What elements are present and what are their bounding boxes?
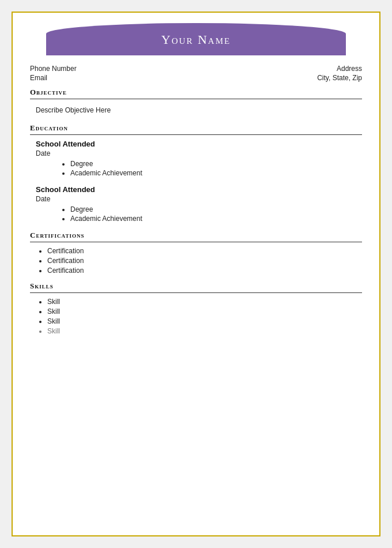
list-item: Degree: [70, 205, 362, 213]
list-item: Academic Achievement: [70, 215, 362, 223]
list-item: Skill: [47, 317, 362, 325]
contact-left: Phone Number Email: [30, 65, 77, 82]
email-label: Email: [30, 74, 77, 82]
skills-heading: Skills: [30, 281, 362, 293]
name-banner: Your Name: [46, 23, 346, 55]
phone-label: Phone Number: [30, 65, 77, 73]
certifications-list: Certification Certification Certificatio…: [36, 247, 362, 275]
school-name-1: School Attended: [36, 140, 362, 148]
list-item: Certification: [47, 267, 362, 275]
certifications-section: Certifications Certification Certificati…: [13, 231, 379, 275]
certifications-heading: Certifications: [30, 231, 362, 242]
skills-body: Skill Skill Skill Skill: [30, 298, 362, 335]
objective-section: Objective Describe Objective Here: [13, 88, 379, 117]
city-label: City, State, Zip: [317, 74, 362, 82]
education-section: Education School Attended Date Degree Ac…: [13, 123, 379, 223]
list-item: Academic Achievement: [70, 169, 362, 177]
address-label: Address: [337, 65, 362, 73]
education-heading: Education: [30, 123, 362, 135]
education-body: School Attended Date Degree Academic Ach…: [30, 140, 362, 223]
list-item: Certification: [47, 247, 362, 255]
skills-list: Skill Skill Skill Skill: [36, 298, 362, 335]
skills-section: Skills Skill Skill Skill Skill: [13, 281, 379, 335]
school-date-2: Date: [36, 195, 362, 203]
contact-right: Address City, State, Zip: [317, 65, 362, 82]
candidate-name: Your Name: [161, 32, 231, 47]
school-block-2: School Attended Date Degree Academic Ach…: [36, 185, 362, 223]
school-date-1: Date: [36, 149, 362, 157]
school-list-2: Degree Academic Achievement: [36, 205, 362, 223]
list-item: Certification: [47, 257, 362, 265]
school-block-1: School Attended Date Degree Academic Ach…: [36, 140, 362, 177]
school-name-2: School Attended: [36, 185, 362, 194]
list-item: Degree: [70, 160, 362, 168]
header-area: Your Name: [13, 13, 379, 61]
list-item: Skill: [47, 298, 362, 306]
objective-heading: Objective: [30, 88, 362, 99]
objective-body: Describe Objective Here: [30, 104, 362, 117]
list-item: Skill: [47, 327, 362, 335]
contact-area: Phone Number Email Address City, State, …: [13, 61, 379, 88]
list-item: Skill: [47, 307, 362, 316]
school-list-1: Degree Academic Achievement: [36, 160, 362, 177]
resume-page: Your Name Phone Number Email Address Cit…: [12, 12, 380, 536]
objective-text: Describe Objective Here: [36, 104, 362, 117]
certifications-body: Certification Certification Certificatio…: [30, 247, 362, 275]
